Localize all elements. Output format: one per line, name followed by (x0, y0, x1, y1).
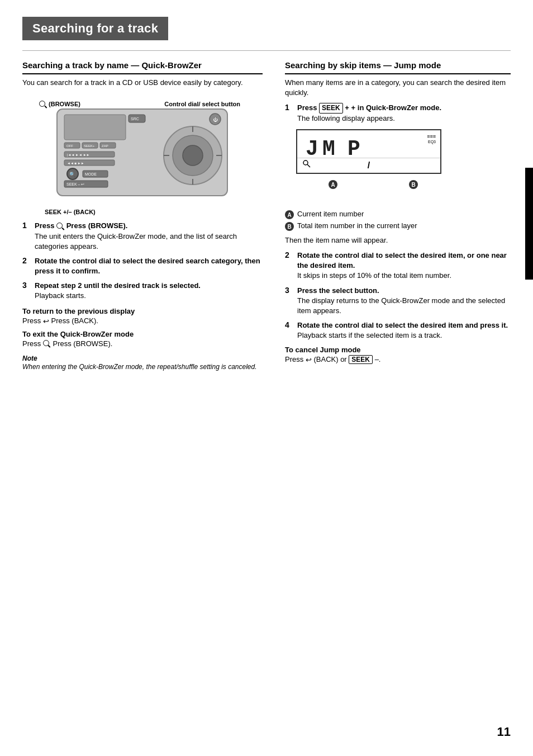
browse-callout: (BROWSE) (39, 101, 80, 108)
step-2: 2 Rotate the control dial to select the … (22, 256, 263, 276)
left-intro-text: You can search for a track in a CD or US… (22, 78, 263, 88)
label-a-circle: A (329, 179, 337, 189)
search-icon (39, 101, 47, 108)
page-number: 11 (497, 725, 511, 739)
legend-b-circle: B (285, 222, 294, 231)
display-slash: / (368, 160, 370, 171)
step-1: 1 Press Press (BROWSE). The unit enters … (22, 221, 263, 252)
cancel-jump-heading: To cancel Jump mode (285, 346, 511, 354)
jmp-display: J M P ≡≡≡ EQ3 (296, 129, 441, 174)
svg-text:MODE: MODE (85, 172, 97, 176)
right-step-4-num: 4 (285, 320, 294, 329)
right-step-3-desc: The display returns to the Quick-BrowZer… (297, 296, 511, 316)
svg-text:ZAP: ZAP (102, 144, 108, 148)
legend-a: A Current item number (285, 210, 511, 219)
svg-text:OFF: OFF (66, 144, 73, 148)
right-step-3-title: Press the select button. (297, 286, 511, 296)
svg-rect-1 (64, 115, 126, 140)
device-diagram: (BROWSE) Control dial/ select button OFF… (39, 98, 240, 215)
seek-callout: SEEK +/– (BACK) (45, 209, 96, 215)
back-arrow-cancel: ↩ (306, 356, 312, 364)
seek-btn-cancel: SEEK (349, 355, 373, 364)
search-svg (303, 160, 311, 168)
svg-line-33 (307, 164, 310, 167)
main-columns: Searching a track by name — Quick-BrowZe… (22, 60, 511, 372)
right-column: Searching by skip items — Jump mode When… (285, 60, 511, 368)
right-step-2-num: 2 (285, 251, 294, 259)
right-step-2-title: Rotate the control dial to select the de… (297, 251, 511, 271)
step-1-desc: The unit enters the Quick-BrowZer mode, … (35, 231, 263, 252)
right-step-1-num: 1 (285, 103, 294, 112)
step-3: 3 Repeat step 2 until the desired track … (22, 281, 263, 301)
right-step-3-content: Press the select button. The display ret… (297, 286, 511, 316)
svg-point-32 (303, 160, 308, 165)
label-b-circle: B (409, 179, 418, 189)
title-divider (22, 50, 511, 51)
svg-point-22 (183, 145, 203, 166)
cancel-jump-body: Press ↩ (BACK) or SEEK –. (285, 355, 511, 364)
note-label: Note (22, 355, 263, 362)
sub-heading-return: To return to the previous display (22, 307, 263, 315)
seek-button-label: SEEK (319, 103, 343, 114)
note-section: Note When entering the Quick-BrowZer mod… (22, 355, 263, 372)
svg-text:|◄◄  ►◄  ►►: |◄◄ ►◄ ►► (67, 153, 90, 157)
step-3-desc: Playback starts. (35, 291, 263, 301)
right-step-2-desc: It skips in steps of 10% of the total it… (297, 271, 511, 281)
control-callout: Control dial/ select button (164, 101, 240, 107)
step-2-num: 2 (22, 256, 31, 265)
svg-text:◄◄   ■   ►►: ◄◄ ■ ►► (67, 162, 84, 165)
display-bottom-line (297, 158, 440, 158)
right-step-1: 1 Press SEEK + + in Quick-BrowZer mode. … (285, 103, 511, 124)
right-step-4-desc: Playback starts if the selected item is … (297, 330, 511, 341)
svg-text:SEEK –     ↩: SEEK – ↩ (66, 182, 84, 186)
sub-body-exit: Press Press (BROWSE). (22, 339, 263, 348)
legend-b: B Total item number in the current layer (285, 221, 511, 231)
right-step-1-title: Press SEEK + + in Quick-BrowZer mode. (297, 103, 511, 114)
eq-dots: ≡≡≡ EQ3 (427, 134, 436, 144)
right-step-2-content: Rotate the control dial to select the de… (297, 251, 511, 281)
left-section-heading: Searching a track by name — Quick-BrowZe… (22, 60, 263, 74)
page: Searching for a track Searching a track … (0, 0, 533, 756)
step-1-title: Press Press (BROWSE). (35, 221, 263, 231)
right-step-4-content: Rotate the control dial to select the de… (297, 320, 511, 341)
left-steps: 1 Press Press (BROWSE). The unit enters … (22, 221, 263, 301)
jmp-legend: A Current item number B Total item numbe… (285, 210, 511, 231)
sub-body-return: Press ↩ Press (BACK). (22, 316, 263, 325)
right-section-heading: Searching by skip items — Jump mode (285, 60, 511, 74)
right-step-1-desc: The following display appears. (297, 114, 511, 124)
right-intro-text: When many items are in a category, you c… (285, 78, 511, 99)
step-2-content: Rotate the control dial to select the de… (35, 256, 263, 276)
right-step-3: 3 Press the select button. The display r… (285, 286, 511, 316)
left-column: Searching a track by name — Quick-BrowZe… (22, 60, 263, 372)
svg-text:M: M (322, 137, 336, 158)
right-step-2: 2 Rotate the control dial to select the … (285, 251, 511, 281)
search-icon-exit (43, 340, 51, 348)
step-3-title: Repeat step 2 until the desired track is… (35, 281, 263, 291)
page-title: Searching for a track (22, 17, 168, 40)
ab-labels: A B (296, 179, 441, 193)
jmp-text: J M P (297, 130, 440, 164)
step-2-title: Rotate the control dial to select the de… (35, 256, 263, 276)
jmp-svg: J M P (303, 134, 403, 158)
legend-a-circle: A (285, 210, 294, 219)
step-1-num: 1 (22, 221, 31, 230)
note-text: When entering the Quick-BrowZer mode, th… (22, 362, 263, 372)
device-svg: OFF SEEK+ ZAP SRC |◄◄ ►◄ ►► ◄◄ ■ ►► (56, 108, 229, 209)
step-3-content: Repeat step 2 until the desired track is… (35, 281, 263, 301)
svg-text:⏻: ⏻ (213, 117, 218, 122)
back-arrow-icon: ↩ (43, 317, 49, 325)
step-3-num: 3 (22, 281, 31, 290)
right-step-1-content: Press SEEK + + in Quick-BrowZer mode. Th… (297, 103, 511, 124)
sub-heading-exit: To exit the Quick-BrowZer mode (22, 330, 263, 338)
svg-text:SEEK+: SEEK+ (84, 144, 95, 148)
then-text: Then the item name will appear. (285, 235, 511, 246)
right-step-4: 4 Rotate the control dial to select the … (285, 320, 511, 341)
right-step-4-title: Rotate the control dial to select the de… (297, 320, 511, 330)
svg-text:🔍: 🔍 (69, 171, 76, 178)
side-bar-decoration (525, 168, 533, 280)
svg-text:SRC: SRC (131, 117, 139, 121)
right-step-3-num: 3 (285, 286, 294, 295)
svg-text:J: J (306, 137, 320, 158)
display-search-icon (303, 160, 311, 169)
step-1-content: Press Press (BROWSE). The unit enters th… (35, 221, 263, 252)
